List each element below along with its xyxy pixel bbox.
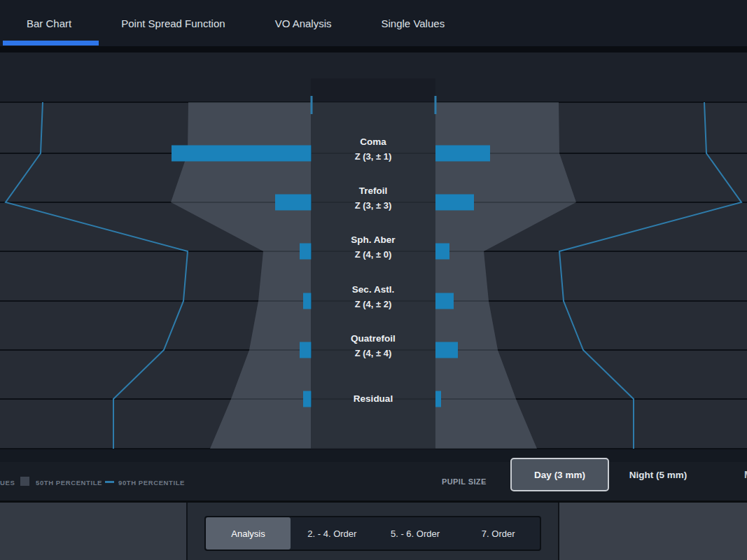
pupil-day-button[interactable]: Day (3 mm) [510, 458, 609, 491]
bottom-panel-left [0, 503, 188, 560]
row-zernike-code: Z (3, ± 3) [296, 198, 450, 214]
bottom-panel: Analysis 2. - 4. Order 5. - 6. Order 7. … [0, 500, 747, 560]
order-tab-bar: Analysis 2. - 4. Order 5. - 6. Order 7. … [204, 516, 541, 551]
percentile-90-line [6, 102, 188, 449]
bottom-panel-right [558, 503, 747, 560]
active-tab-underline [3, 41, 99, 46]
tab-point-spread-function[interactable]: Point Spread Function [121, 18, 225, 29]
legend-90th-swatch [105, 481, 114, 483]
tab-analysis[interactable]: Analysis [206, 517, 291, 550]
row-label-residual: Residual [296, 392, 450, 406]
row-zernike-code: Z (4, ± 2) [296, 297, 450, 312]
row-zernike-code: Z (3, ± 1) [296, 149, 450, 164]
pupil-clipped-option[interactable]: M [744, 467, 747, 482]
row-title: Sph. Aber [296, 233, 450, 247]
legend-90th-label: 90TH PERCENTILE [118, 478, 185, 487]
pupil-size-label: PUPIL SIZE [442, 477, 487, 486]
legend-50th-swatch [20, 477, 29, 486]
chart-canvas [0, 52, 747, 500]
row-title: Trefoil [296, 184, 450, 198]
tab-7-order[interactable]: 7. Order [456, 517, 540, 550]
nav-divider [0, 46, 747, 52]
legend-50th-label: 50TH PERCENTILE [36, 478, 102, 487]
row-label-sec-astl: Sec. Astl. Z (4, ± 2) [296, 283, 450, 312]
tab-vo-analysis[interactable]: VO Analysis [275, 18, 332, 29]
row-title: Coma [296, 135, 450, 149]
percentile-90-line [559, 102, 741, 449]
app-window: Bar Chart Point Spread Function VO Analy… [0, 0, 747, 560]
tab-2-4-order[interactable]: 2. - 4. Order [291, 517, 374, 550]
row-title: Quatrefoil [296, 332, 450, 346]
tab-bar-chart[interactable]: Bar Chart [27, 18, 71, 29]
row-label-quatrefoil: Quatrefoil Z (4, ± 4) [296, 332, 450, 361]
tab-5-6-order[interactable]: 5. - 6. Order [374, 517, 457, 550]
row-zernike-code: Z (4, ± 0) [296, 247, 450, 262]
top-nav: Bar Chart Point Spread Function VO Analy… [0, 0, 747, 46]
tab-single-values[interactable]: Single Values [382, 18, 445, 29]
row-title: Sec. Astl. [296, 283, 450, 297]
row-label-trefoil: Trefoil Z (3, ± 3) [296, 184, 450, 214]
bar-left [172, 146, 312, 162]
row-zernike-code: Z (4, ± 4) [296, 346, 450, 361]
row-title: Residual [296, 392, 450, 406]
legend-clipped-label: UES [0, 478, 15, 487]
pupil-night-button[interactable]: Night (5 mm) [609, 458, 707, 491]
row-label-coma: Coma Z (3, ± 1) [296, 135, 450, 164]
row-label-sph-aber: Sph. Aber Z (4, ± 0) [296, 233, 450, 262]
zernike-bar-chart: Coma Z (3, ± 1) Trefoil Z (3, ± 3) Sph. … [0, 52, 747, 500]
